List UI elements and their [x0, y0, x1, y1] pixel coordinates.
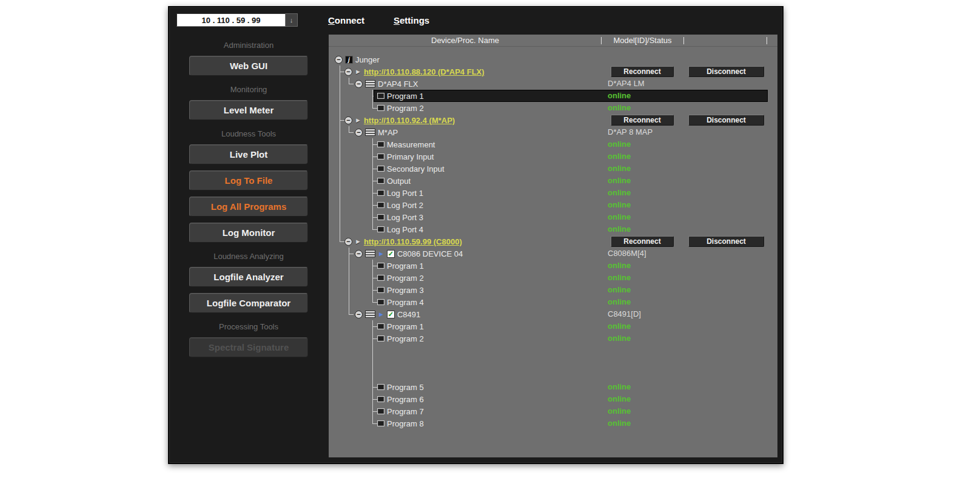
tree-row-log-port-2[interactable]: Log Port 2online [329, 199, 777, 211]
device-unit-icon [365, 129, 375, 136]
log-to-file-button[interactable]: Log To File [189, 170, 308, 190]
collapse-icon[interactable]: − [344, 116, 352, 124]
tree-row-log-port-3[interactable]: Log Port 3online [329, 211, 777, 223]
tree-line [373, 144, 377, 145]
tree-row-program-1[interactable]: Program 1online [329, 90, 777, 102]
collapse-icon[interactable]: − [355, 311, 363, 318]
tree-row-measurement[interactable]: Measurementonline [329, 138, 777, 150]
tree-row-program-4[interactable]: Program 4online [329, 296, 777, 308]
status-online: online [608, 272, 631, 284]
menu-settings[interactable]: Settings [394, 15, 429, 25]
status-online: online [608, 260, 631, 272]
tree-line [349, 314, 354, 315]
tree-row-program-2[interactable]: Program 2online [329, 102, 777, 114]
tree-row-content: Program 2 [377, 332, 424, 345]
collapse-icon[interactable]: − [355, 129, 363, 136]
reconnect-button[interactable]: Reconnect [611, 115, 674, 126]
node-label: Program 2 [387, 334, 424, 343]
tree-row-junger[interactable]: −jJunger [329, 53, 777, 66]
tree-row-primary-input[interactable]: Primary Inputonline [329, 150, 777, 163]
tree-line [340, 102, 340, 114]
tree-spacer [329, 369, 777, 381]
program-icon [377, 408, 384, 414]
tree-row-m-ap[interactable]: −M*APD*AP 8 MAP [329, 126, 777, 138]
collapse-icon[interactable]: − [355, 250, 363, 258]
tree-row-http-10-110-59-99-c8000[interactable]: −►http://10.110.59.99 (C8000)ReconnectDi… [329, 235, 777, 247]
tree-row-log-port-1[interactable]: Log Port 1online [329, 187, 777, 199]
tree-row-http-10-110-92-4-m-ap[interactable]: −►http://10.110.92.4 (M*AP)ReconnectDisc… [329, 114, 777, 126]
disconnect-button[interactable]: Disconnect [688, 66, 764, 77]
program-icon [377, 166, 384, 172]
device-link[interactable]: http://10.110.59.99 (C8000) [364, 237, 462, 246]
disconnect-button[interactable]: Disconnect [688, 236, 764, 247]
status-online: online [608, 284, 631, 296]
menu-bar: ConnectSettings [328, 15, 429, 25]
web-gui-button[interactable]: Web GUI [189, 56, 308, 76]
node-label: Junger [355, 55, 380, 64]
column-device-name: Device/Proc. Name [329, 35, 602, 47]
ip-address-input[interactable] [176, 13, 286, 27]
ip-apply-button[interactable]: ↓ [286, 13, 298, 27]
tree-row-program-6[interactable]: Program 6online [329, 393, 777, 405]
reconnect-button[interactable]: Reconnect [611, 236, 674, 247]
status-online: online [608, 163, 631, 175]
device-checkbox[interactable]: ✓ [387, 311, 395, 318]
tree-row-log-port-4[interactable]: Log Port 4online [329, 223, 777, 235]
tree-row-http-10-110-88-120-d-ap4-flx[interactable]: −►http://10.110.88.120 (D*AP4 FLX)Reconn… [329, 66, 777, 78]
tree-row-c8086-device-04[interactable]: −►✓C8086 DEVICE 04C8086M[4] [329, 247, 777, 260]
menu-connect[interactable]: Connect [328, 15, 364, 25]
collapse-icon[interactable]: − [355, 80, 363, 88]
device-link[interactable]: http://10.110.88.120 (D*AP4 FLX) [364, 67, 485, 76]
reconnect-button[interactable]: Reconnect [611, 66, 674, 77]
tree-header: Device/Proc. Name Model[ID]/Status [329, 35, 777, 47]
tree-row-program-5[interactable]: Program 5online [329, 381, 777, 393]
status-online: online [608, 320, 631, 332]
logfile-analyzer-button[interactable]: Logfile Analyzer [189, 267, 308, 287]
model-id: D*AP 8 MAP [608, 126, 653, 138]
level-meter-button[interactable]: Level Meter [189, 100, 308, 120]
collapse-icon[interactable]: − [335, 56, 343, 64]
log-monitor-button[interactable]: Log Monitor [189, 223, 308, 243]
tree-row-program-1[interactable]: Program 1online [329, 320, 777, 332]
tree-line [340, 90, 340, 102]
tree-row-content: Measurement [377, 138, 435, 150]
collapse-icon[interactable]: − [344, 68, 352, 76]
tree-line [340, 78, 340, 90]
tree-row-program-8[interactable]: Program 8online [329, 417, 777, 429]
sidebar: AdministrationWeb GUIMonitoringLevel Met… [174, 35, 323, 461]
tree-row-program-2[interactable]: Program 2online [329, 272, 777, 284]
status-online: online [608, 175, 631, 187]
tree-line [349, 132, 354, 133]
tree-row-c8491[interactable]: −►✓C8491C8491[D] [329, 308, 777, 320]
tree-line [373, 266, 377, 266]
tree-line [340, 223, 340, 235]
tree-row-program-1[interactable]: Program 1online [329, 260, 777, 272]
log-all-programs-button[interactable]: Log All Programs [189, 197, 308, 217]
tree-row-program-3[interactable]: Program 3online [329, 284, 777, 296]
tree-row-program-2[interactable]: Program 2online [329, 332, 777, 345]
device-unit-icon [365, 250, 375, 257]
tree-row-program-7[interactable]: Program 7online [329, 405, 777, 417]
spectral-signature-button: Spectral Signature [189, 337, 308, 357]
tree-row-secondary-input[interactable]: Secondary Inputonline [329, 163, 777, 175]
program-icon [377, 202, 384, 208]
live-plot-button[interactable]: Live Plot [189, 144, 308, 164]
program-icon [377, 214, 384, 220]
program-icon [377, 263, 384, 269]
device-arrow-icon: ► [355, 68, 361, 76]
logfile-comparator-button[interactable]: Logfile Comparator [189, 293, 308, 313]
device-link[interactable]: http://10.110.92.4 (M*AP) [364, 116, 455, 125]
node-label: Primary Input [387, 152, 434, 161]
tree-row-output[interactable]: Outputonline [329, 175, 777, 187]
collapse-icon[interactable]: − [344, 238, 352, 246]
tree-line [372, 369, 373, 381]
tree-line [340, 163, 340, 175]
status-online: online [608, 393, 631, 405]
tree-row-content: Log Port 3 [377, 211, 423, 223]
disconnect-button[interactable]: Disconnect [688, 115, 764, 126]
tree-line [373, 338, 377, 339]
device-checkbox[interactable]: ✓ [387, 250, 395, 258]
tree-row-d-ap4-flx[interactable]: −D*AP4 FLXD*AP4 LM [329, 78, 777, 90]
model-id: C8086M[4] [608, 247, 646, 260]
node-label: Program 1 [387, 261, 424, 271]
